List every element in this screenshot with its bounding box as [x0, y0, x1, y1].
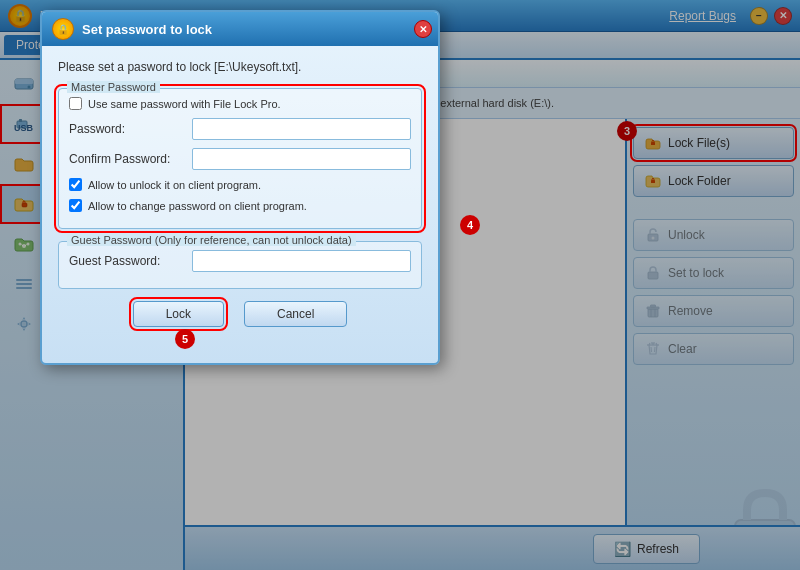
password-modal: 🔒 Set password to lock ✕ Please set a pa…: [40, 10, 440, 365]
master-password-label: Master Password: [67, 81, 160, 93]
allow-change-label: Allow to change password on client progr…: [88, 200, 307, 212]
password-field-label: Password:: [69, 122, 184, 136]
guest-password-input[interactable]: [192, 250, 411, 272]
confirm-password-field-label: Confirm Password:: [69, 152, 184, 166]
guest-password-field-label: Guest Password:: [69, 254, 184, 268]
modal-body: Please set a pasword to lock [E:\Ukeysof…: [42, 46, 438, 363]
password-row: Password:: [69, 118, 411, 140]
lock-confirm-button[interactable]: Lock: [133, 301, 224, 327]
confirm-password-row: Confirm Password:: [69, 148, 411, 170]
confirm-password-input[interactable]: [192, 148, 411, 170]
step-4-badge: 4: [460, 215, 480, 235]
modal-overlay: 4 🔒 Set password to lock ✕ Please set a …: [0, 0, 800, 570]
allow-unlock-label: Allow to unlock it on client program.: [88, 179, 261, 191]
allow-change-row: Allow to change password on client progr…: [69, 199, 411, 212]
step-5-area: 5: [58, 329, 422, 349]
password-input[interactable]: [192, 118, 411, 140]
master-password-section: Master Password Use same password with F…: [58, 88, 422, 229]
modal-title-icon: 🔒: [52, 18, 74, 40]
modal-buttons: Lock Cancel: [58, 301, 422, 327]
allow-unlock-checkbox[interactable]: [69, 178, 82, 191]
use-same-password-checkbox[interactable]: [69, 97, 82, 110]
use-same-password-row: Use same password with File Lock Pro.: [69, 97, 411, 110]
guest-password-section: Guest Password (Only for reference, can …: [58, 241, 422, 289]
allow-unlock-row: Allow to unlock it on client program.: [69, 178, 411, 191]
guest-password-row: Guest Password:: [69, 250, 411, 272]
step-5-badge: 5: [175, 329, 195, 349]
use-same-password-label: Use same password with File Lock Pro.: [88, 98, 281, 110]
modal-description: Please set a pasword to lock [E:\Ukeysof…: [58, 60, 422, 74]
guest-password-label: Guest Password (Only for reference, can …: [67, 234, 356, 246]
modal-close-button[interactable]: ✕: [414, 20, 432, 38]
modal-title: Set password to lock: [82, 22, 212, 37]
allow-change-checkbox[interactable]: [69, 199, 82, 212]
cancel-button[interactable]: Cancel: [244, 301, 347, 327]
modal-title-bar: 🔒 Set password to lock ✕: [42, 12, 438, 46]
